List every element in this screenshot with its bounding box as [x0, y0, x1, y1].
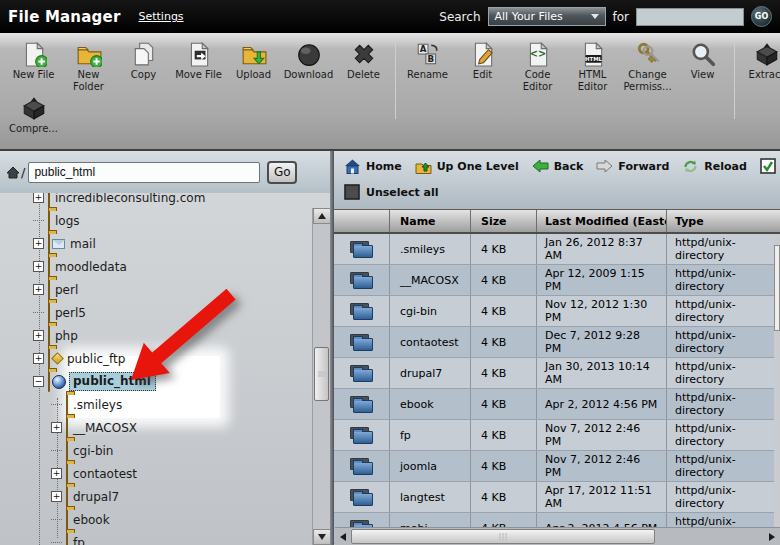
- column-header-size[interactable]: Size: [471, 210, 537, 232]
- tree-item-ebook[interactable]: ebook: [0, 508, 312, 531]
- column-header-name[interactable]: Name: [390, 210, 471, 232]
- expand-plus-icon[interactable]: +: [33, 193, 44, 203]
- nav-row2: Unselect all: [344, 184, 439, 200]
- tree-item-cgi-bin[interactable]: cgi-bin: [0, 439, 312, 462]
- tree-item-contaotest[interactable]: +contaotest: [0, 462, 312, 485]
- toolbar-item-move-file[interactable]: Move File: [171, 41, 226, 81]
- download-icon: [296, 41, 322, 67]
- tree-item-php[interactable]: +php: [0, 324, 312, 347]
- table-row-joomla[interactable]: joomla4 KBNov 7, 2012 2:46 PMhttpd/unix-…: [334, 451, 780, 482]
- tree-scrollbar[interactable]: [312, 208, 330, 545]
- table-row-ebook[interactable]: ebook4 KBApr 2, 2012 4:56 PMhttpd/unix-d…: [334, 389, 780, 420]
- expand-plus-icon[interactable]: +: [33, 284, 44, 295]
- search-input[interactable]: [636, 8, 744, 26]
- table-row-smileys[interactable]: .smileys4 KBJan 26, 2012 8:37 AMhttpd/un…: [334, 234, 780, 265]
- scroll-left-button[interactable]: [336, 529, 349, 544]
- tree-item-macosx[interactable]: +__MACOSX: [0, 416, 312, 439]
- toolbar-item-extract[interactable]: Extract: [739, 41, 780, 81]
- svg-text:A: A: [419, 44, 426, 54]
- table-vscroll-thumb[interactable]: [774, 245, 780, 331]
- nav-up-one-level[interactable]: Up One Level: [415, 158, 519, 174]
- expand-plus-icon[interactable]: +: [33, 330, 44, 341]
- nav-bar: HomeUp One LevelBackForwardReloadSelect …: [334, 151, 780, 210]
- nav-back[interactable]: Back: [532, 158, 584, 174]
- cell-type: httpd/unix-directory: [667, 265, 780, 295]
- settings-link[interactable]: Settings: [138, 10, 183, 23]
- toolbar-item-label: Download: [284, 69, 334, 81]
- triangle-left-icon: [340, 533, 346, 541]
- path-input[interactable]: [28, 162, 260, 183]
- tree-item-fp[interactable]: fp: [0, 531, 312, 545]
- table-row-cgi-bin[interactable]: cgi-bin4 KBNov 12, 2012 1:30 PMhttpd/uni…: [334, 296, 780, 327]
- cell-type: httpd/unix-directory: [667, 296, 780, 326]
- expand-plus-icon[interactable]: +: [51, 422, 62, 433]
- toolbar-item-copy[interactable]: Copy: [116, 41, 171, 81]
- search-go-button[interactable]: GO: [751, 6, 772, 27]
- folder-glyph: [66, 440, 68, 461]
- nav-select-all[interactable]: Select all: [760, 158, 780, 174]
- tree-item-label: perl: [55, 283, 78, 297]
- table-horizontal-scrollbar[interactable]: [335, 527, 780, 545]
- key-icon: [635, 41, 661, 67]
- toolbar-item-change-perms[interactable]: Change Permiss...: [620, 41, 675, 93]
- toolbar-item-compress[interactable]: Compre...: [6, 95, 61, 135]
- hscroll-thumb[interactable]: [351, 529, 655, 544]
- cell-size: 4 KB: [471, 389, 537, 419]
- folder-icon: [334, 296, 390, 326]
- tree-item-label: mail: [70, 237, 96, 251]
- table-row-langtest[interactable]: langtest4 KBApr 17, 2012 11:51 AMhttpd/u…: [334, 482, 780, 513]
- tree-branch-line: [51, 450, 62, 451]
- table-row-contaotest[interactable]: contaotest4 KBDec 7, 2012 9:28 PMhttpd/u…: [334, 327, 780, 358]
- folder-icon: [66, 510, 68, 529]
- tree-item-label: .smileys: [73, 398, 122, 412]
- toolbar-item-upload[interactable]: Upload: [226, 41, 281, 81]
- toolbar-item-edit[interactable]: Edit: [455, 41, 510, 81]
- table-row-drupal7[interactable]: drupal74 KBJan 30, 2013 10:14 AMhttpd/un…: [334, 358, 780, 389]
- expand-plus-icon[interactable]: +: [51, 468, 62, 479]
- nav-home[interactable]: Home: [344, 158, 402, 174]
- expand-plus-icon[interactable]: +: [33, 353, 44, 364]
- home-icon[interactable]: [6, 166, 20, 179]
- table-vertical-scrollbar[interactable]: [774, 234, 780, 527]
- column-header-icon[interactable]: [334, 210, 390, 232]
- triangle-right-icon: [769, 533, 775, 541]
- tree-item-incredibleconsulting-com[interactable]: +incredibleconsulting.com: [0, 193, 312, 209]
- tree-item-public-html[interactable]: −public_html: [0, 370, 312, 393]
- tree-item-smileys[interactable]: .smileys: [0, 393, 312, 416]
- tree-item-logs[interactable]: logs: [0, 209, 312, 232]
- tree-item-perl5[interactable]: perl5: [0, 301, 312, 324]
- tree-item-perl[interactable]: +perl: [0, 278, 312, 301]
- toolbar-item-download[interactable]: Download: [281, 41, 336, 81]
- column-header-type[interactable]: Type: [667, 210, 780, 232]
- toolbar-item-view[interactable]: View: [675, 41, 730, 81]
- tree-scrollbar-thumb[interactable]: [314, 347, 329, 401]
- expand-plus-icon[interactable]: +: [33, 238, 44, 249]
- expand-plus-icon[interactable]: +: [51, 491, 62, 502]
- table-row-macosx[interactable]: __MACOSX4 KBApr 12, 2009 1:15 PMhttpd/un…: [334, 265, 780, 296]
- toolbar: New FileNew FolderCopyMove FileUploadDow…: [0, 33, 780, 151]
- toolbar-item-delete[interactable]: Delete: [336, 41, 391, 81]
- tree-item-drupal7[interactable]: +drupal7: [0, 485, 312, 508]
- scroll-down-button[interactable]: [313, 529, 331, 545]
- table-row-fp[interactable]: fp4 KBNov 7, 2012 2:46 PMhttpd/unix-dire…: [334, 420, 780, 451]
- toolbar-item-new-file[interactable]: New File: [6, 41, 61, 81]
- tree-item-public-ftp[interactable]: +public_ftp: [0, 347, 312, 370]
- tree-item-moodledata[interactable]: +moodledata: [0, 255, 312, 278]
- expand-plus-icon[interactable]: +: [33, 261, 44, 272]
- path-go-button[interactable]: Go: [267, 161, 297, 184]
- toolbar-item-html-editor[interactable]: HTMLHTML Editor: [565, 41, 620, 93]
- scroll-up-button[interactable]: [313, 208, 331, 224]
- nav-forward[interactable]: Forward: [596, 158, 669, 174]
- column-header-last-modified-eastern-st[interactable]: Last Modified (Eastern St: [537, 210, 667, 232]
- tree-item-mail[interactable]: +mail: [0, 232, 312, 255]
- nav-reload[interactable]: Reload: [682, 158, 747, 174]
- toolbar-item-new-folder[interactable]: New Folder: [61, 41, 116, 93]
- search-scope-select[interactable]: All Your Files: [488, 7, 606, 26]
- nav-unselect-all[interactable]: Unselect all: [344, 184, 439, 200]
- scroll-right-button[interactable]: [765, 529, 778, 544]
- collapse-minus-icon[interactable]: −: [33, 376, 44, 387]
- toolbar-item-rename[interactable]: ABRename: [400, 41, 455, 81]
- toolbar-item-label: Move File: [175, 69, 222, 81]
- toolbar-item-code-editor[interactable]: <>Code Editor: [510, 41, 565, 93]
- folder-glyph: [350, 272, 374, 289]
